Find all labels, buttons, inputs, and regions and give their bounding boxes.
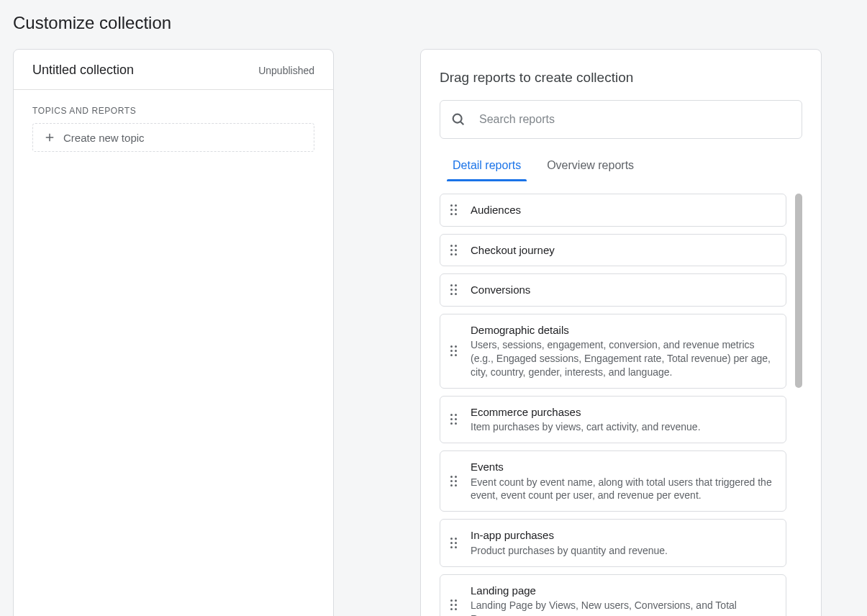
report-body: In-app purchasesProduct purchases by qua… bbox=[471, 528, 776, 557]
drag-handle-icon[interactable] bbox=[450, 284, 460, 296]
report-title: Landing page bbox=[471, 584, 776, 598]
topics-section-label: TOPICS AND REPORTS bbox=[14, 90, 333, 123]
page-title: Customize collection bbox=[0, 0, 867, 49]
drag-handle-icon[interactable] bbox=[450, 475, 460, 488]
tab-overview-reports[interactable]: Overview reports bbox=[547, 159, 634, 181]
drag-handle-icon[interactable] bbox=[450, 598, 460, 611]
reports-list: AudiencesCheckout journeyConversionsDemo… bbox=[440, 194, 802, 616]
report-card[interactable]: Conversions bbox=[440, 273, 786, 307]
drag-handle-icon[interactable] bbox=[450, 345, 460, 358]
search-icon bbox=[450, 112, 466, 127]
collection-title: Untitled collection bbox=[32, 63, 134, 78]
search-box[interactable] bbox=[440, 100, 802, 139]
plus-icon bbox=[43, 131, 56, 144]
scrollbar[interactable] bbox=[795, 194, 802, 388]
reports-panel: Drag reports to create collection Detail… bbox=[420, 49, 822, 616]
report-card[interactable]: In-app purchasesProduct purchases by qua… bbox=[440, 519, 786, 566]
report-title: Conversions bbox=[471, 283, 776, 297]
report-tabs: Detail reports Overview reports bbox=[440, 159, 802, 181]
drag-handle-icon[interactable] bbox=[450, 204, 460, 217]
svg-line-3 bbox=[460, 122, 463, 124]
report-title: Demographic details bbox=[471, 323, 776, 338]
create-topic-button[interactable]: Create new topic bbox=[32, 123, 314, 152]
collection-panel: Untitled collection Unpublished TOPICS A… bbox=[13, 49, 334, 616]
search-input[interactable] bbox=[479, 113, 791, 126]
reports-scroll: AudiencesCheckout journeyConversionsDemo… bbox=[440, 194, 802, 616]
report-description: Event count by event name, along with to… bbox=[471, 476, 776, 503]
drag-handle-icon[interactable] bbox=[450, 413, 460, 426]
report-body: EventsEvent count by event name, along w… bbox=[471, 460, 776, 502]
svg-point-2 bbox=[453, 114, 462, 123]
report-card[interactable]: Landing pageLanding Page by Views, New u… bbox=[440, 574, 786, 616]
report-body: Demographic detailsUsers, sessions, enga… bbox=[471, 323, 776, 379]
report-description: Product purchases by quantity and revenu… bbox=[471, 544, 776, 558]
report-title: Events bbox=[471, 460, 776, 474]
report-title: Ecommerce purchases bbox=[471, 405, 776, 420]
report-description: Item purchases by views, cart activity, … bbox=[471, 420, 776, 434]
collection-status: Unpublished bbox=[258, 65, 314, 76]
report-card[interactable]: Demographic detailsUsers, sessions, enga… bbox=[440, 314, 786, 389]
report-body: Landing pageLanding Page by Views, New u… bbox=[471, 584, 776, 616]
report-card[interactable]: EventsEvent count by event name, along w… bbox=[440, 450, 786, 512]
create-topic-label: Create new topic bbox=[63, 132, 145, 144]
report-description: Landing Page by Views, New users, Conver… bbox=[471, 599, 776, 616]
collection-header: Untitled collection Unpublished bbox=[14, 50, 333, 90]
report-description: Users, sessions, engagement, conversion,… bbox=[471, 338, 776, 379]
report-card[interactable]: Ecommerce purchasesItem purchases by vie… bbox=[440, 396, 786, 443]
drag-handle-icon[interactable] bbox=[450, 537, 460, 550]
drag-handle-icon[interactable] bbox=[450, 243, 460, 256]
tab-detail-reports[interactable]: Detail reports bbox=[453, 159, 521, 181]
report-title: Checkout journey bbox=[471, 243, 776, 258]
report-body: Conversions bbox=[471, 283, 776, 297]
report-title: In-app purchases bbox=[471, 528, 776, 543]
report-body: Ecommerce purchasesItem purchases by vie… bbox=[471, 405, 776, 434]
reports-panel-heading: Drag reports to create collection bbox=[440, 70, 802, 86]
report-card[interactable]: Checkout journey bbox=[440, 234, 786, 267]
report-body: Audiences bbox=[471, 203, 776, 217]
report-card[interactable]: Audiences bbox=[440, 194, 786, 227]
report-title: Audiences bbox=[471, 203, 776, 217]
report-body: Checkout journey bbox=[471, 243, 776, 258]
